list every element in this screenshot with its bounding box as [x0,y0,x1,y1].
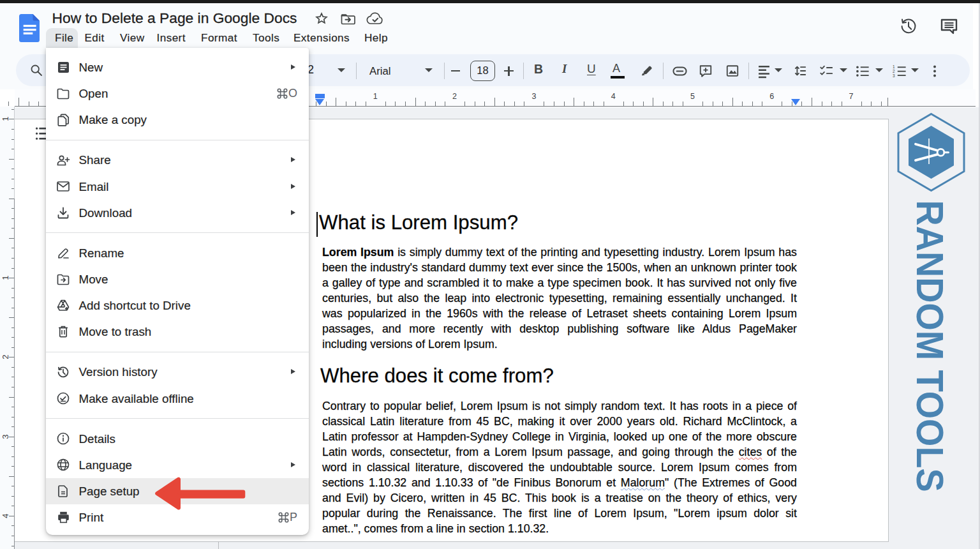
svg-text:RANDOM TOOLS: RANDOM TOOLS [909,200,951,492]
svg-text:1: 1 [893,64,895,69]
svg-text:2: 2 [893,69,895,73]
svg-text:3: 3 [893,73,895,78]
